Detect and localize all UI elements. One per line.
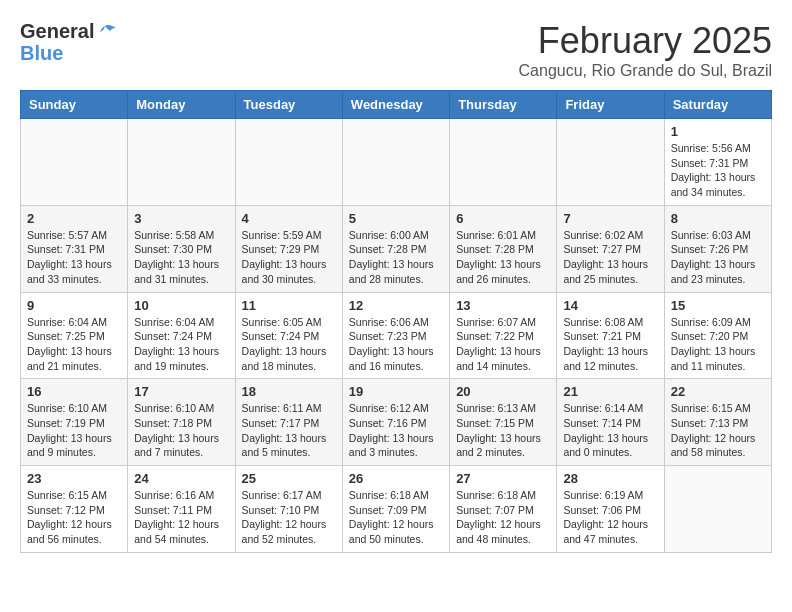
day-number: 10 bbox=[134, 298, 228, 313]
day-info: Sunrise: 6:04 AM Sunset: 7:24 PM Dayligh… bbox=[134, 315, 228, 374]
day-info: Sunrise: 6:02 AM Sunset: 7:27 PM Dayligh… bbox=[563, 228, 657, 287]
calendar-cell bbox=[21, 119, 128, 206]
calendar-cell: 26Sunrise: 6:18 AM Sunset: 7:09 PM Dayli… bbox=[342, 466, 449, 553]
calendar-cell: 1Sunrise: 5:56 AM Sunset: 7:31 PM Daylig… bbox=[664, 119, 771, 206]
logo-bird-icon bbox=[94, 24, 116, 42]
day-number: 11 bbox=[242, 298, 336, 313]
week-row-4: 23Sunrise: 6:15 AM Sunset: 7:12 PM Dayli… bbox=[21, 466, 772, 553]
calendar-cell: 15Sunrise: 6:09 AM Sunset: 7:20 PM Dayli… bbox=[664, 292, 771, 379]
day-info: Sunrise: 5:57 AM Sunset: 7:31 PM Dayligh… bbox=[27, 228, 121, 287]
page-header: General Blue February 2025 Cangucu, Rio … bbox=[20, 20, 772, 80]
day-number: 16 bbox=[27, 384, 121, 399]
day-info: Sunrise: 6:16 AM Sunset: 7:11 PM Dayligh… bbox=[134, 488, 228, 547]
day-info: Sunrise: 6:03 AM Sunset: 7:26 PM Dayligh… bbox=[671, 228, 765, 287]
day-number: 26 bbox=[349, 471, 443, 486]
day-info: Sunrise: 6:10 AM Sunset: 7:19 PM Dayligh… bbox=[27, 401, 121, 460]
day-number: 19 bbox=[349, 384, 443, 399]
week-row-2: 9Sunrise: 6:04 AM Sunset: 7:25 PM Daylig… bbox=[21, 292, 772, 379]
day-info: Sunrise: 6:15 AM Sunset: 7:13 PM Dayligh… bbox=[671, 401, 765, 460]
day-number: 5 bbox=[349, 211, 443, 226]
calendar-cell: 28Sunrise: 6:19 AM Sunset: 7:06 PM Dayli… bbox=[557, 466, 664, 553]
calendar-cell: 22Sunrise: 6:15 AM Sunset: 7:13 PM Dayli… bbox=[664, 379, 771, 466]
day-number: 7 bbox=[563, 211, 657, 226]
calendar-cell: 24Sunrise: 6:16 AM Sunset: 7:11 PM Dayli… bbox=[128, 466, 235, 553]
calendar-cell: 4Sunrise: 5:59 AM Sunset: 7:29 PM Daylig… bbox=[235, 205, 342, 292]
calendar-table: SundayMondayTuesdayWednesdayThursdayFrid… bbox=[20, 90, 772, 553]
day-number: 18 bbox=[242, 384, 336, 399]
day-info: Sunrise: 6:10 AM Sunset: 7:18 PM Dayligh… bbox=[134, 401, 228, 460]
calendar-cell: 5Sunrise: 6:00 AM Sunset: 7:28 PM Daylig… bbox=[342, 205, 449, 292]
day-info: Sunrise: 5:56 AM Sunset: 7:31 PM Dayligh… bbox=[671, 141, 765, 200]
calendar-cell: 16Sunrise: 6:10 AM Sunset: 7:19 PM Dayli… bbox=[21, 379, 128, 466]
calendar-cell: 10Sunrise: 6:04 AM Sunset: 7:24 PM Dayli… bbox=[128, 292, 235, 379]
calendar-cell: 12Sunrise: 6:06 AM Sunset: 7:23 PM Dayli… bbox=[342, 292, 449, 379]
calendar-cell: 3Sunrise: 5:58 AM Sunset: 7:30 PM Daylig… bbox=[128, 205, 235, 292]
logo-text: General bbox=[20, 20, 116, 42]
header-thursday: Thursday bbox=[450, 91, 557, 119]
calendar-cell bbox=[557, 119, 664, 206]
day-info: Sunrise: 5:59 AM Sunset: 7:29 PM Dayligh… bbox=[242, 228, 336, 287]
day-number: 20 bbox=[456, 384, 550, 399]
calendar-header-row: SundayMondayTuesdayWednesdayThursdayFrid… bbox=[21, 91, 772, 119]
day-info: Sunrise: 6:13 AM Sunset: 7:15 PM Dayligh… bbox=[456, 401, 550, 460]
header-friday: Friday bbox=[557, 91, 664, 119]
calendar-cell: 17Sunrise: 6:10 AM Sunset: 7:18 PM Dayli… bbox=[128, 379, 235, 466]
day-number: 4 bbox=[242, 211, 336, 226]
logo: General Blue bbox=[20, 20, 116, 64]
calendar-cell bbox=[450, 119, 557, 206]
day-info: Sunrise: 6:01 AM Sunset: 7:28 PM Dayligh… bbox=[456, 228, 550, 287]
calendar-cell: 14Sunrise: 6:08 AM Sunset: 7:21 PM Dayli… bbox=[557, 292, 664, 379]
title-section: February 2025 Cangucu, Rio Grande do Sul… bbox=[519, 20, 772, 80]
day-info: Sunrise: 6:19 AM Sunset: 7:06 PM Dayligh… bbox=[563, 488, 657, 547]
day-info: Sunrise: 6:14 AM Sunset: 7:14 PM Dayligh… bbox=[563, 401, 657, 460]
day-info: Sunrise: 6:05 AM Sunset: 7:24 PM Dayligh… bbox=[242, 315, 336, 374]
calendar-cell bbox=[235, 119, 342, 206]
header-wednesday: Wednesday bbox=[342, 91, 449, 119]
calendar-cell: 18Sunrise: 6:11 AM Sunset: 7:17 PM Dayli… bbox=[235, 379, 342, 466]
day-info: Sunrise: 6:12 AM Sunset: 7:16 PM Dayligh… bbox=[349, 401, 443, 460]
day-info: Sunrise: 5:58 AM Sunset: 7:30 PM Dayligh… bbox=[134, 228, 228, 287]
header-sunday: Sunday bbox=[21, 91, 128, 119]
week-row-1: 2Sunrise: 5:57 AM Sunset: 7:31 PM Daylig… bbox=[21, 205, 772, 292]
logo-blue: Blue bbox=[20, 42, 116, 64]
calendar-cell: 25Sunrise: 6:17 AM Sunset: 7:10 PM Dayli… bbox=[235, 466, 342, 553]
calendar-cell: 13Sunrise: 6:07 AM Sunset: 7:22 PM Dayli… bbox=[450, 292, 557, 379]
day-info: Sunrise: 6:08 AM Sunset: 7:21 PM Dayligh… bbox=[563, 315, 657, 374]
day-number: 17 bbox=[134, 384, 228, 399]
day-number: 1 bbox=[671, 124, 765, 139]
calendar-cell bbox=[128, 119, 235, 206]
day-number: 6 bbox=[456, 211, 550, 226]
calendar-cell: 23Sunrise: 6:15 AM Sunset: 7:12 PM Dayli… bbox=[21, 466, 128, 553]
day-number: 21 bbox=[563, 384, 657, 399]
day-info: Sunrise: 6:18 AM Sunset: 7:07 PM Dayligh… bbox=[456, 488, 550, 547]
calendar-cell: 8Sunrise: 6:03 AM Sunset: 7:26 PM Daylig… bbox=[664, 205, 771, 292]
calendar-cell bbox=[342, 119, 449, 206]
day-info: Sunrise: 6:04 AM Sunset: 7:25 PM Dayligh… bbox=[27, 315, 121, 374]
day-info: Sunrise: 6:00 AM Sunset: 7:28 PM Dayligh… bbox=[349, 228, 443, 287]
calendar-cell: 21Sunrise: 6:14 AM Sunset: 7:14 PM Dayli… bbox=[557, 379, 664, 466]
day-number: 23 bbox=[27, 471, 121, 486]
calendar-cell: 27Sunrise: 6:18 AM Sunset: 7:07 PM Dayli… bbox=[450, 466, 557, 553]
calendar-cell bbox=[664, 466, 771, 553]
day-number: 9 bbox=[27, 298, 121, 313]
day-number: 8 bbox=[671, 211, 765, 226]
calendar-cell: 20Sunrise: 6:13 AM Sunset: 7:15 PM Dayli… bbox=[450, 379, 557, 466]
header-monday: Monday bbox=[128, 91, 235, 119]
calendar-subtitle: Cangucu, Rio Grande do Sul, Brazil bbox=[519, 62, 772, 80]
calendar-cell: 19Sunrise: 6:12 AM Sunset: 7:16 PM Dayli… bbox=[342, 379, 449, 466]
day-number: 12 bbox=[349, 298, 443, 313]
calendar-title: February 2025 bbox=[519, 20, 772, 62]
day-info: Sunrise: 6:11 AM Sunset: 7:17 PM Dayligh… bbox=[242, 401, 336, 460]
header-tuesday: Tuesday bbox=[235, 91, 342, 119]
calendar-cell: 2Sunrise: 5:57 AM Sunset: 7:31 PM Daylig… bbox=[21, 205, 128, 292]
week-row-3: 16Sunrise: 6:10 AM Sunset: 7:19 PM Dayli… bbox=[21, 379, 772, 466]
day-info: Sunrise: 6:18 AM Sunset: 7:09 PM Dayligh… bbox=[349, 488, 443, 547]
day-number: 25 bbox=[242, 471, 336, 486]
day-number: 13 bbox=[456, 298, 550, 313]
day-number: 14 bbox=[563, 298, 657, 313]
day-number: 27 bbox=[456, 471, 550, 486]
day-info: Sunrise: 6:09 AM Sunset: 7:20 PM Dayligh… bbox=[671, 315, 765, 374]
week-row-0: 1Sunrise: 5:56 AM Sunset: 7:31 PM Daylig… bbox=[21, 119, 772, 206]
calendar-cell: 7Sunrise: 6:02 AM Sunset: 7:27 PM Daylig… bbox=[557, 205, 664, 292]
day-info: Sunrise: 6:07 AM Sunset: 7:22 PM Dayligh… bbox=[456, 315, 550, 374]
